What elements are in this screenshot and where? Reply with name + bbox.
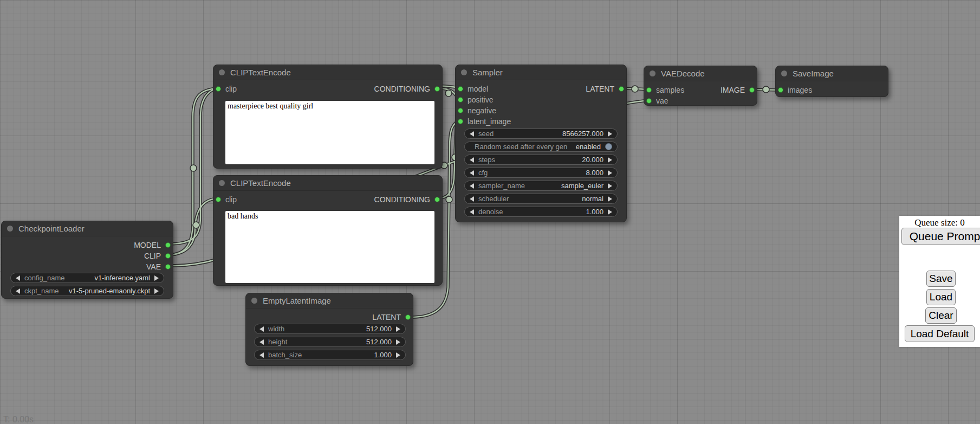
widget-config-name[interactable]: config_name v1-inference.yaml — [10, 273, 164, 283]
output-label: CLIP — [144, 252, 161, 260]
widget-batch-size[interactable]: batch_size 1.000 — [254, 350, 406, 360]
decrement-arrow-icon[interactable] — [470, 196, 474, 202]
queue-prompt-button[interactable]: Queue Prompt — [901, 228, 980, 245]
collapse-dot-icon[interactable] — [781, 70, 787, 76]
output-slot-conditioning[interactable] — [434, 86, 440, 92]
widget-width[interactable]: width 512.000 — [254, 324, 406, 334]
decrement-arrow-icon[interactable] — [470, 183, 474, 189]
input-slot-model[interactable] — [458, 86, 463, 92]
input-slot-samples[interactable] — [646, 87, 652, 93]
widget-value[interactable]: 1.000 — [374, 351, 392, 359]
increment-arrow-icon[interactable] — [154, 288, 159, 294]
load-button[interactable]: Load — [926, 289, 956, 305]
node-clip-text-encode-positive[interactable]: CLIPTextEncode clip CONDITIONING masterp… — [213, 65, 443, 169]
widget-value[interactable]: 1.000 — [586, 208, 603, 216]
increment-arrow-icon[interactable] — [396, 352, 400, 358]
widget-value[interactable]: 512.000 — [366, 325, 392, 333]
widget-steps[interactable]: steps 20.000 — [464, 155, 618, 165]
widget-value[interactable]: 20.000 — [582, 156, 603, 164]
widget-label: scheduler — [478, 195, 509, 203]
output-slot-clip[interactable] — [165, 253, 171, 259]
collapse-dot-icon[interactable] — [251, 298, 257, 304]
input-slot-positive[interactable] — [458, 97, 463, 102]
input-slot-images[interactable] — [778, 87, 783, 93]
increment-arrow-icon[interactable] — [608, 209, 612, 215]
node-title: CheckpointLoader — [18, 224, 85, 233]
collapse-dot-icon[interactable] — [219, 69, 225, 75]
widget-random-seed-toggle[interactable]: Random seed after every gen enabled — [464, 142, 618, 152]
decrement-arrow-icon[interactable] — [259, 339, 264, 345]
input-slot-negative[interactable] — [458, 108, 463, 113]
node-checkpoint-loader[interactable]: CheckpointLoader MODEL CLIP VAE config_n… — [1, 221, 173, 299]
output-label: LATENT — [586, 85, 614, 93]
widget-sampler-name[interactable]: sampler_name sample_euler — [464, 181, 618, 191]
collapse-dot-icon[interactable] — [650, 70, 656, 76]
decrement-arrow-icon[interactable] — [259, 326, 264, 332]
increment-arrow-icon[interactable] — [608, 131, 612, 137]
node-sampler[interactable]: Sampler model LATENT positive negative l… — [455, 65, 627, 222]
node-clip-text-encode-negative[interactable]: CLIPTextEncode clip CONDITIONING bad han… — [213, 175, 443, 286]
increment-arrow-icon[interactable] — [608, 183, 612, 189]
toggle-circle-icon[interactable] — [605, 143, 612, 150]
node-titlebar[interactable]: CLIPTextEncode — [213, 176, 442, 191]
decrement-arrow-icon[interactable] — [470, 209, 474, 215]
node-titlebar[interactable]: EmptyLatentImage — [246, 293, 413, 309]
output-label: IMAGE — [721, 86, 745, 94]
widget-value[interactable]: 8566257.000 — [562, 130, 603, 138]
collapse-dot-icon[interactable] — [219, 180, 225, 186]
clear-button[interactable]: Clear — [925, 307, 957, 324]
increment-arrow-icon[interactable] — [396, 326, 400, 332]
decrement-arrow-icon[interactable] — [470, 131, 474, 137]
input-slot-latent-image[interactable] — [458, 119, 463, 124]
increment-arrow-icon[interactable] — [608, 196, 612, 202]
decrement-arrow-icon[interactable] — [16, 275, 20, 281]
widget-value[interactable]: normal — [582, 195, 603, 203]
input-slot-clip[interactable] — [216, 86, 221, 92]
widget-cfg[interactable]: cfg 8.000 — [464, 168, 618, 178]
node-vae-decode[interactable]: VAEDecode samples IMAGE vae — [644, 66, 757, 106]
increment-arrow-icon[interactable] — [154, 275, 159, 281]
prompt-textarea[interactable]: masterpiece best quality girl — [225, 101, 434, 164]
widget-ckpt-name[interactable]: ckpt_name v1-5-pruned-emaonly.ckpt — [10, 286, 164, 296]
save-button[interactable]: Save — [926, 271, 956, 287]
decrement-arrow-icon[interactable] — [470, 157, 474, 163]
node-titlebar[interactable]: CLIPTextEncode — [213, 65, 442, 80]
output-slot-vae[interactable] — [165, 264, 171, 269]
decrement-arrow-icon[interactable] — [259, 352, 264, 358]
increment-arrow-icon[interactable] — [608, 157, 612, 163]
widget-label: config_name — [24, 274, 64, 282]
collapse-dot-icon[interactable] — [461, 69, 467, 75]
output-slot-model[interactable] — [165, 242, 171, 248]
widget-value[interactable]: 512.000 — [366, 338, 392, 346]
load-default-button[interactable]: Load Default — [905, 325, 975, 342]
decrement-arrow-icon[interactable] — [16, 288, 20, 294]
widget-value[interactable]: sample_euler — [561, 182, 603, 190]
output-slot-image[interactable] — [749, 87, 755, 93]
widget-label: denoise — [478, 208, 503, 216]
output-label: CONDITIONING — [374, 85, 430, 93]
widget-value[interactable]: v1-5-pruned-emaonly.ckpt — [69, 287, 150, 295]
node-titlebar[interactable]: Sampler — [456, 65, 626, 80]
increment-arrow-icon[interactable] — [396, 339, 400, 345]
output-slot-conditioning[interactable] — [434, 197, 440, 202]
widget-value[interactable]: v1-inference.yaml — [94, 274, 150, 282]
widget-height[interactable]: height 512.000 — [254, 337, 406, 347]
widget-seed[interactable]: seed 8566257.000 — [464, 129, 618, 139]
node-titlebar[interactable]: VAEDecode — [644, 66, 757, 81]
collapse-dot-icon[interactable] — [7, 226, 13, 232]
comfyui-canvas[interactable]: { "canvas": { "status_text": "T: 0.00s" … — [0, 0, 980, 424]
input-slot-vae[interactable] — [646, 98, 652, 104]
decrement-arrow-icon[interactable] — [470, 170, 474, 176]
node-save-image[interactable]: SaveImage images — [775, 66, 888, 97]
output-slot-latent[interactable] — [405, 314, 411, 320]
node-titlebar[interactable]: SaveImage — [776, 66, 888, 81]
node-titlebar[interactable]: CheckpointLoader — [2, 221, 173, 236]
widget-value[interactable]: 8.000 — [586, 169, 603, 177]
input-slot-clip[interactable] — [216, 197, 221, 202]
node-empty-latent-image[interactable]: EmptyLatentImage LATENT width 512.000 he… — [245, 293, 413, 366]
widget-denoise[interactable]: denoise 1.000 — [464, 207, 618, 217]
output-slot-latent[interactable] — [619, 86, 624, 92]
widget-scheduler[interactable]: scheduler normal — [464, 194, 618, 204]
prompt-textarea[interactable]: bad hands — [225, 211, 434, 283]
increment-arrow-icon[interactable] — [608, 170, 612, 176]
